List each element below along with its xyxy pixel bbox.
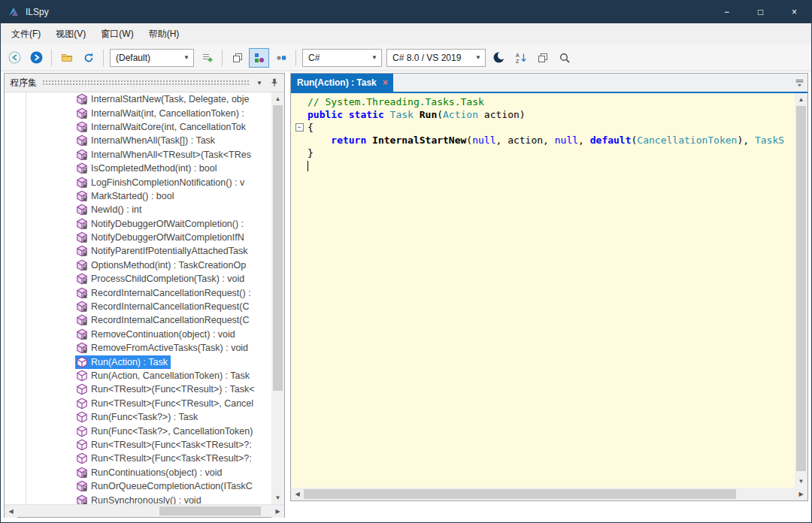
back-icon bbox=[8, 51, 21, 64]
flatten-namespaces-button[interactable] bbox=[227, 48, 247, 68]
tree-item-label: Run<TResult>(Func<Task<TResult>?: bbox=[91, 453, 252, 464]
assemblies-panel-title: 程序集 bbox=[10, 77, 37, 89]
tree-horizontal-scrollbar[interactable]: ◀ ▶ bbox=[5, 504, 284, 517]
tree-item-label: NotifyDebuggerOfWaitCompletionIfN bbox=[91, 232, 244, 243]
assemblies-panel: 程序集 ▼ InternalStartNew(Task, Delegate, o… bbox=[4, 73, 285, 518]
tree-item[interactable]: LogFinishCompletionNotification() : v bbox=[5, 175, 271, 189]
pin-icon[interactable] bbox=[269, 77, 280, 88]
tree-item[interactable]: MarkStarted() : bool bbox=[5, 189, 271, 203]
tree-item[interactable]: RunSynchronously() : void bbox=[5, 493, 271, 504]
fold-collapse-box[interactable]: − bbox=[295, 123, 304, 132]
new-tab-button[interactable] bbox=[532, 48, 553, 68]
scroll-up-arrow[interactable]: ▲ bbox=[795, 93, 807, 106]
scroll-right-arrow[interactable]: ▶ bbox=[271, 505, 284, 518]
tree-item[interactable]: InternalStartNew(Task, Delegate, obje bbox=[5, 92, 271, 106]
api-visibility-button[interactable] bbox=[271, 48, 291, 68]
tree-item[interactable]: Run(Func<Task?>, CancellationToken) bbox=[5, 424, 271, 437]
scroll-down-arrow[interactable]: ▼ bbox=[271, 491, 284, 504]
language-version-dropdown[interactable]: C# 8.0 / VS 2019 ▼ bbox=[386, 49, 486, 67]
scroll-down-arrow[interactable]: ▼ bbox=[795, 475, 807, 488]
menu-file[interactable]: 文件(F) bbox=[4, 24, 48, 44]
panel-menu-arrow-icon[interactable]: ▼ bbox=[255, 78, 264, 88]
tree-item[interactable]: RunContinuations(object) : void bbox=[5, 466, 271, 479]
tab-list-button[interactable] bbox=[791, 74, 807, 91]
menu-help[interactable]: 帮助(H) bbox=[141, 24, 187, 44]
tab-strip: Run(Action) : Task × bbox=[291, 74, 807, 93]
titlebar: ILSpy − □ × bbox=[1, 1, 811, 23]
open-file-button[interactable] bbox=[56, 48, 77, 68]
tree-item[interactable]: RecordInternalCancellationRequest(C bbox=[5, 300, 271, 313]
tree-vertical-scrollbar[interactable]: ▲ ▼ bbox=[271, 92, 284, 504]
scroll-right-arrow[interactable]: ▶ bbox=[795, 488, 807, 500]
svg-text:A: A bbox=[516, 53, 520, 58]
tree-item[interactable]: IsCompletedMethod(int) : bool bbox=[5, 162, 271, 175]
scrollbar-thumb[interactable] bbox=[159, 506, 261, 515]
public-method-icon bbox=[76, 398, 88, 410]
theme-toggle-button[interactable] bbox=[489, 48, 509, 68]
tree-item[interactable]: Run<TResult>(Func<Task<TResult>?: bbox=[5, 438, 271, 452]
scrollbar-thumb[interactable] bbox=[273, 105, 283, 391]
tree-item[interactable]: NewId() : int bbox=[5, 203, 271, 216]
tree-item[interactable]: RunOrQueueCompletionAction(ITaskC bbox=[5, 479, 271, 493]
code-line: // System.Threading.Tasks.Task bbox=[291, 95, 795, 108]
tree-item[interactable]: RemoveContinuation(object) : void bbox=[5, 328, 271, 341]
tree-item[interactable]: InternalWait(int, CancellationToken) : bbox=[5, 106, 271, 119]
tree-item[interactable]: Run(Func<Task?>) : Task bbox=[5, 410, 271, 424]
close-button[interactable]: × bbox=[777, 1, 811, 23]
tree-item[interactable]: Run(Action, CancellationToken) : Task bbox=[5, 369, 271, 382]
tree-item-label: Run(Func<Task?>) : Task bbox=[91, 412, 198, 422]
tree-item[interactable]: Run<TResult>(Func<Task<TResult>?: bbox=[5, 452, 271, 465]
navigate-back-button[interactable] bbox=[5, 48, 25, 68]
tree-item-label: RunOrQueueCompletionAction(ITaskC bbox=[91, 481, 253, 491]
tree-item[interactable]: Run<TResult>(Func<TResult>) : Task< bbox=[5, 382, 271, 396]
tree-item-label: ProcessChildCompletion(Task) : void bbox=[91, 274, 244, 284]
language-version-value: C# 8.0 / VS 2019 bbox=[392, 53, 461, 63]
tree-item[interactable]: InternalWhenAll(Task[]) : Task bbox=[5, 134, 271, 147]
scroll-left-arrow[interactable]: ◀ bbox=[5, 505, 17, 518]
tree-item[interactable]: RemoveFromActiveTasks(Task) : void bbox=[5, 341, 271, 355]
refresh-button[interactable] bbox=[78, 48, 98, 68]
code-line bbox=[291, 159, 795, 172]
tree-item[interactable]: RecordInternalCancellationRequest(C bbox=[5, 313, 271, 327]
menu-window[interactable]: 窗口(W) bbox=[93, 24, 141, 44]
member-filter-icon bbox=[275, 52, 287, 64]
tree-item[interactable]: OptionsMethod(int) : TaskCreationOp bbox=[5, 258, 271, 272]
tree-item[interactable]: NotifyParentIfPotentiallyAttachedTask bbox=[5, 244, 271, 258]
duplicate-window-icon bbox=[537, 52, 549, 64]
toolbar-separator bbox=[295, 50, 296, 66]
tree-item-label: RecordInternalCancellationRequest(C bbox=[91, 301, 250, 312]
language-dropdown[interactable]: C# ▼ bbox=[302, 49, 382, 67]
minimize-button[interactable]: − bbox=[710, 1, 744, 23]
tree-item[interactable]: RecordInternalCancellationRequest() : bbox=[5, 286, 271, 299]
editor-horizontal-scrollbar[interactable]: ◀ ▶ bbox=[291, 488, 807, 500]
menu-view[interactable]: 视图(V) bbox=[48, 24, 93, 44]
scrollbar-thumb[interactable] bbox=[796, 106, 806, 471]
tree-item[interactable]: NotifyDebuggerOfWaitCompletionIfN bbox=[5, 231, 271, 244]
tree-item[interactable]: InternalWhenAll<TResult>(Task<TRes bbox=[5, 148, 271, 162]
editor-vertical-scrollbar[interactable]: ▲ ▼ bbox=[795, 93, 807, 488]
sort-assemblies-button[interactable]: A Z bbox=[511, 48, 531, 68]
document-tab[interactable]: Run(Action) : Task × bbox=[291, 74, 393, 92]
private-method-icon bbox=[76, 467, 88, 479]
tree-item[interactable]: Run<TResult>(Func<TResult>, Cancel bbox=[5, 397, 271, 410]
manage-assembly-lists-button[interactable] bbox=[197, 48, 217, 68]
scroll-left-arrow[interactable]: ◀ bbox=[291, 488, 304, 500]
assembly-list-dropdown[interactable]: (Default) ▼ bbox=[110, 49, 194, 67]
scroll-up-arrow[interactable]: ▲ bbox=[271, 92, 284, 105]
tree-item[interactable]: ProcessChildCompletion(Task) : void bbox=[5, 272, 271, 286]
tab-close-button[interactable]: × bbox=[383, 77, 388, 88]
maximize-button[interactable]: □ bbox=[744, 1, 777, 23]
tree-item[interactable]: InternalWaitCore(int, CancellationTok bbox=[5, 120, 271, 134]
tree-item-label: Run<TResult>(Func<TResult>) : Task< bbox=[91, 384, 255, 395]
private-method-icon bbox=[76, 149, 88, 161]
tree-item[interactable]: NotifyDebuggerOfWaitCompletion() : bbox=[5, 217, 271, 231]
show-internal-api-toggle[interactable] bbox=[249, 48, 269, 68]
private-method-icon bbox=[76, 301, 88, 313]
tree-item[interactable]: Run(Action) : Task bbox=[5, 355, 271, 368]
search-button[interactable] bbox=[554, 48, 574, 68]
code-editor[interactable]: // System.Threading.Tasks.Taskpublic sta… bbox=[291, 93, 795, 488]
scrollbar-thumb[interactable] bbox=[304, 489, 736, 499]
navigate-forward-button[interactable] bbox=[26, 48, 47, 68]
chevron-down-icon: ▼ bbox=[183, 54, 189, 61]
private-method-icon bbox=[76, 177, 88, 189]
